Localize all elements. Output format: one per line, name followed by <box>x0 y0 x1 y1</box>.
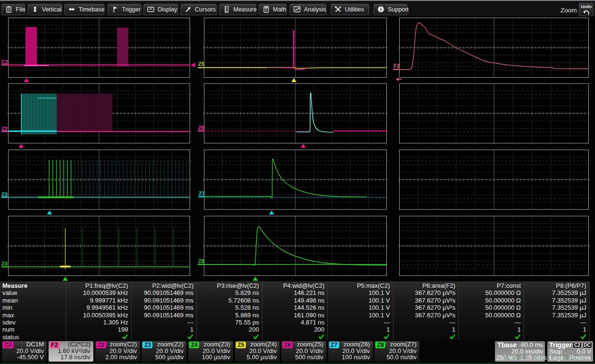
svg-text:Z7: Z7 <box>199 191 205 196</box>
svg-text:Z8: Z8 <box>198 258 204 264</box>
svg-text:Z3: Z3 <box>1 192 8 197</box>
svg-text:C2: C2 <box>1 59 8 65</box>
svg-text:Z4: Z4 <box>1 261 8 266</box>
svg-text:Z6: Z6 <box>198 125 204 131</box>
svg-text:Z2: Z2 <box>1 126 8 131</box>
svg-text:i: i <box>380 7 382 12</box>
svg-text:Z5: Z5 <box>198 61 204 67</box>
svg-text:F2: F2 <box>393 63 400 69</box>
